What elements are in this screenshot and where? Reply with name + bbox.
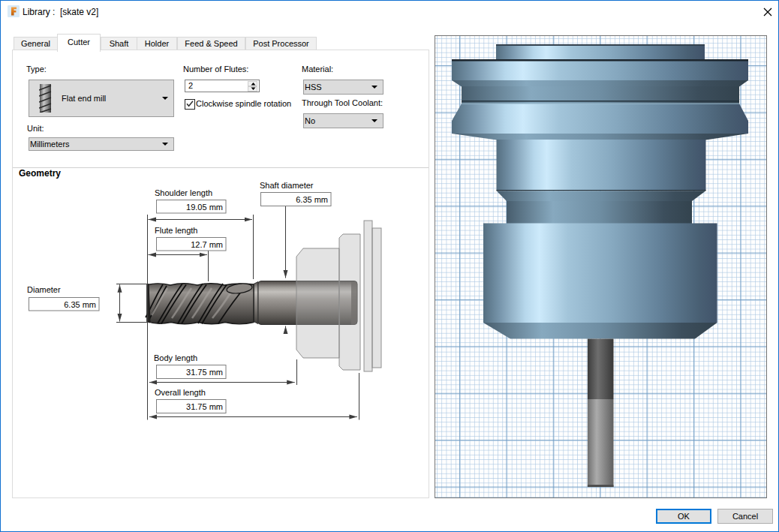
svg-text:Flute length: Flute length bbox=[155, 226, 197, 235]
svg-text:6.35 mm: 6.35 mm bbox=[64, 300, 96, 309]
svg-text:31.75 mm: 31.75 mm bbox=[186, 402, 223, 411]
svg-text:31.75 mm: 31.75 mm bbox=[186, 368, 223, 377]
svg-text:6.35 mm: 6.35 mm bbox=[296, 195, 328, 204]
svg-text:12.7 mm: 12.7 mm bbox=[191, 240, 223, 249]
svg-text:19.05 mm: 19.05 mm bbox=[186, 203, 223, 212]
svg-text:Body length: Body length bbox=[154, 353, 197, 362]
svg-text:Shaft diameter: Shaft diameter bbox=[260, 181, 314, 190]
svg-text:Diameter: Diameter bbox=[27, 285, 61, 294]
svg-text:Shoulder length: Shoulder length bbox=[155, 188, 212, 197]
svg-text:Overall length: Overall length bbox=[155, 388, 206, 397]
